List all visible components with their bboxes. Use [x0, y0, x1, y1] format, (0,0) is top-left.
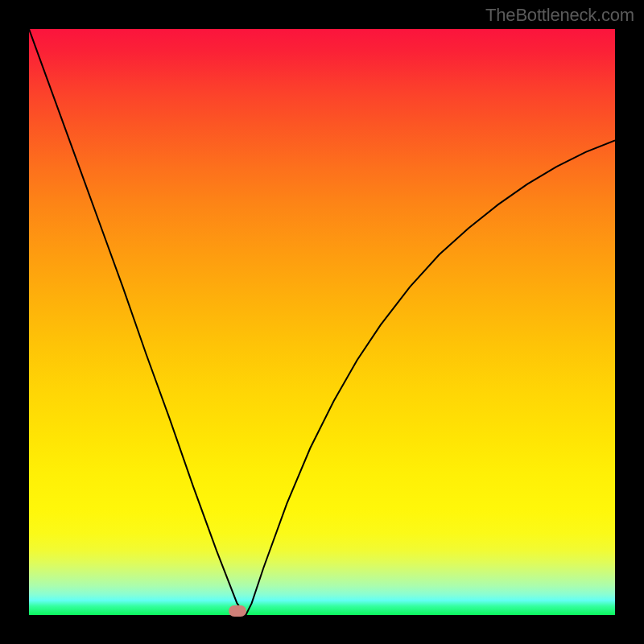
bottleneck-chart: TheBottleneck.com [0, 0, 644, 644]
chart-curve-svg [29, 29, 615, 615]
bottleneck-curve-line [29, 29, 615, 615]
optimal-point-marker [229, 605, 246, 617]
attribution-text: TheBottleneck.com [485, 5, 634, 26]
